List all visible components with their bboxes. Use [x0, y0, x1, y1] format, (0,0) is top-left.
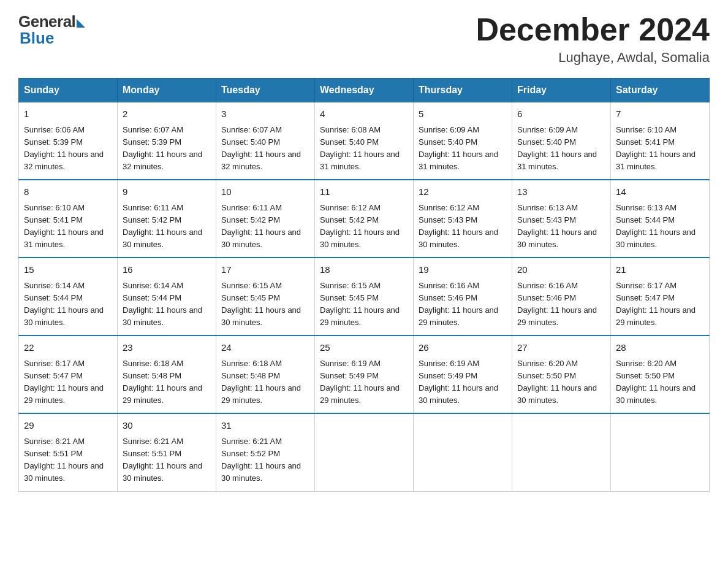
day-number: 30	[123, 419, 211, 433]
calendar-table: SundayMondayTuesdayWednesdayThursdayFrid…	[18, 78, 710, 491]
day-info: Sunrise: 6:07 AMSunset: 5:39 PMDaylight:…	[123, 125, 202, 171]
calendar-day-cell: 11Sunrise: 6:12 AMSunset: 5:42 PMDayligh…	[315, 180, 414, 258]
calendar-day-cell: 1Sunrise: 6:06 AMSunset: 5:39 PMDaylight…	[19, 102, 118, 180]
header-thursday: Thursday	[414, 79, 512, 102]
day-info: Sunrise: 6:17 AMSunset: 5:47 PMDaylight:…	[24, 359, 104, 405]
calendar-day-cell: 9Sunrise: 6:11 AMSunset: 5:42 PMDaylight…	[118, 180, 216, 258]
calendar-day-cell: 15Sunrise: 6:14 AMSunset: 5:44 PMDayligh…	[19, 258, 118, 335]
day-info: Sunrise: 6:09 AMSunset: 5:40 PMDaylight:…	[517, 125, 597, 171]
day-number: 16	[123, 263, 211, 277]
day-info: Sunrise: 6:09 AMSunset: 5:40 PMDaylight:…	[419, 125, 498, 171]
day-number: 13	[517, 185, 605, 199]
calendar-day-cell: 4Sunrise: 6:08 AMSunset: 5:40 PMDaylight…	[315, 102, 414, 180]
calendar-day-cell	[414, 413, 512, 491]
day-number: 17	[221, 263, 309, 277]
day-info: Sunrise: 6:18 AMSunset: 5:48 PMDaylight:…	[221, 359, 301, 405]
calendar-day-cell: 30Sunrise: 6:21 AMSunset: 5:51 PMDayligh…	[118, 413, 216, 491]
logo-arrow-icon	[77, 19, 85, 28]
day-number: 22	[24, 341, 112, 355]
day-number: 15	[24, 263, 112, 277]
day-number: 31	[221, 419, 309, 433]
day-number: 8	[24, 185, 112, 199]
day-info: Sunrise: 6:13 AMSunset: 5:43 PMDaylight:…	[517, 203, 597, 249]
day-info: Sunrise: 6:21 AMSunset: 5:51 PMDaylight:…	[123, 437, 202, 483]
day-info: Sunrise: 6:21 AMSunset: 5:52 PMDaylight:…	[221, 437, 301, 483]
day-number: 2	[123, 107, 211, 121]
day-info: Sunrise: 6:20 AMSunset: 5:50 PMDaylight:…	[616, 359, 696, 405]
day-info: Sunrise: 6:15 AMSunset: 5:45 PMDaylight:…	[221, 281, 301, 327]
calendar-day-cell: 19Sunrise: 6:16 AMSunset: 5:46 PMDayligh…	[414, 258, 512, 335]
calendar-day-cell: 24Sunrise: 6:18 AMSunset: 5:48 PMDayligh…	[216, 335, 315, 413]
day-info: Sunrise: 6:21 AMSunset: 5:51 PMDaylight:…	[24, 437, 104, 483]
day-info: Sunrise: 6:19 AMSunset: 5:49 PMDaylight:…	[320, 359, 400, 405]
day-info: Sunrise: 6:12 AMSunset: 5:43 PMDaylight:…	[419, 203, 498, 249]
header-friday: Friday	[512, 79, 611, 102]
header-sunday: Sunday	[19, 79, 118, 102]
day-number: 29	[24, 419, 112, 433]
day-number: 21	[616, 263, 704, 277]
day-info: Sunrise: 6:14 AMSunset: 5:44 PMDaylight:…	[123, 281, 202, 327]
day-number: 14	[616, 185, 704, 199]
logo-blue-text: Blue	[20, 29, 54, 48]
day-number: 12	[419, 185, 507, 199]
calendar-day-cell: 26Sunrise: 6:19 AMSunset: 5:49 PMDayligh…	[414, 335, 512, 413]
header-monday: Monday	[118, 79, 216, 102]
calendar-day-cell: 28Sunrise: 6:20 AMSunset: 5:50 PMDayligh…	[611, 335, 710, 413]
day-number: 10	[221, 185, 309, 199]
header-wednesday: Wednesday	[315, 79, 414, 102]
day-number: 7	[616, 107, 704, 121]
calendar-week-row: 1Sunrise: 6:06 AMSunset: 5:39 PMDaylight…	[19, 102, 710, 180]
calendar-day-cell: 25Sunrise: 6:19 AMSunset: 5:49 PMDayligh…	[315, 335, 414, 413]
calendar-day-cell: 8Sunrise: 6:10 AMSunset: 5:41 PMDaylight…	[19, 180, 118, 258]
calendar-day-cell: 31Sunrise: 6:21 AMSunset: 5:52 PMDayligh…	[216, 413, 315, 491]
day-number: 3	[221, 107, 309, 121]
day-number: 11	[320, 185, 408, 199]
calendar-week-row: 15Sunrise: 6:14 AMSunset: 5:44 PMDayligh…	[19, 258, 710, 335]
day-info: Sunrise: 6:11 AMSunset: 5:42 PMDaylight:…	[123, 203, 202, 249]
day-number: 9	[123, 185, 211, 199]
day-info: Sunrise: 6:10 AMSunset: 5:41 PMDaylight:…	[616, 125, 696, 171]
logo: General Blue	[18, 12, 85, 48]
day-info: Sunrise: 6:10 AMSunset: 5:41 PMDaylight:…	[24, 203, 104, 249]
day-number: 25	[320, 341, 408, 355]
day-number: 23	[123, 341, 211, 355]
day-number: 26	[419, 341, 507, 355]
day-info: Sunrise: 6:19 AMSunset: 5:49 PMDaylight:…	[419, 359, 498, 405]
calendar-day-cell: 17Sunrise: 6:15 AMSunset: 5:45 PMDayligh…	[216, 258, 315, 335]
day-info: Sunrise: 6:06 AMSunset: 5:39 PMDaylight:…	[24, 125, 104, 171]
calendar-week-row: 22Sunrise: 6:17 AMSunset: 5:47 PMDayligh…	[19, 335, 710, 413]
location-label: Lughaye, Awdal, Somalia	[476, 50, 710, 66]
calendar-day-cell: 2Sunrise: 6:07 AMSunset: 5:39 PMDaylight…	[118, 102, 216, 180]
header-tuesday: Tuesday	[216, 79, 315, 102]
calendar-day-cell: 13Sunrise: 6:13 AMSunset: 5:43 PMDayligh…	[512, 180, 611, 258]
calendar-day-cell: 22Sunrise: 6:17 AMSunset: 5:47 PMDayligh…	[19, 335, 118, 413]
day-info: Sunrise: 6:08 AMSunset: 5:40 PMDaylight:…	[320, 125, 400, 171]
day-info: Sunrise: 6:18 AMSunset: 5:48 PMDaylight:…	[123, 359, 202, 405]
day-info: Sunrise: 6:15 AMSunset: 5:45 PMDaylight:…	[320, 281, 400, 327]
calendar-day-cell: 6Sunrise: 6:09 AMSunset: 5:40 PMDaylight…	[512, 102, 611, 180]
day-info: Sunrise: 6:16 AMSunset: 5:46 PMDaylight:…	[419, 281, 498, 327]
calendar-day-cell: 21Sunrise: 6:17 AMSunset: 5:47 PMDayligh…	[611, 258, 710, 335]
page-header: General Blue December 2024 Lughaye, Awda…	[18, 12, 710, 66]
day-info: Sunrise: 6:07 AMSunset: 5:40 PMDaylight:…	[221, 125, 301, 171]
day-info: Sunrise: 6:17 AMSunset: 5:47 PMDaylight:…	[616, 281, 696, 327]
calendar-day-cell: 20Sunrise: 6:16 AMSunset: 5:46 PMDayligh…	[512, 258, 611, 335]
calendar-day-cell: 7Sunrise: 6:10 AMSunset: 5:41 PMDaylight…	[611, 102, 710, 180]
day-number: 5	[419, 107, 507, 121]
calendar-day-cell: 3Sunrise: 6:07 AMSunset: 5:40 PMDaylight…	[216, 102, 315, 180]
month-title: December 2024	[476, 12, 710, 47]
day-number: 4	[320, 107, 408, 121]
day-number: 18	[320, 263, 408, 277]
calendar-day-cell: 16Sunrise: 6:14 AMSunset: 5:44 PMDayligh…	[118, 258, 216, 335]
day-info: Sunrise: 6:20 AMSunset: 5:50 PMDaylight:…	[517, 359, 597, 405]
calendar-header-row: SundayMondayTuesdayWednesdayThursdayFrid…	[19, 79, 710, 102]
calendar-day-cell: 29Sunrise: 6:21 AMSunset: 5:51 PMDayligh…	[19, 413, 118, 491]
day-number: 24	[221, 341, 309, 355]
day-info: Sunrise: 6:13 AMSunset: 5:44 PMDaylight:…	[616, 203, 696, 249]
day-number: 28	[616, 341, 704, 355]
day-number: 19	[419, 263, 507, 277]
calendar-day-cell	[315, 413, 414, 491]
calendar-week-row: 29Sunrise: 6:21 AMSunset: 5:51 PMDayligh…	[19, 413, 710, 491]
calendar-week-row: 8Sunrise: 6:10 AMSunset: 5:41 PMDaylight…	[19, 180, 710, 258]
calendar-day-cell: 12Sunrise: 6:12 AMSunset: 5:43 PMDayligh…	[414, 180, 512, 258]
